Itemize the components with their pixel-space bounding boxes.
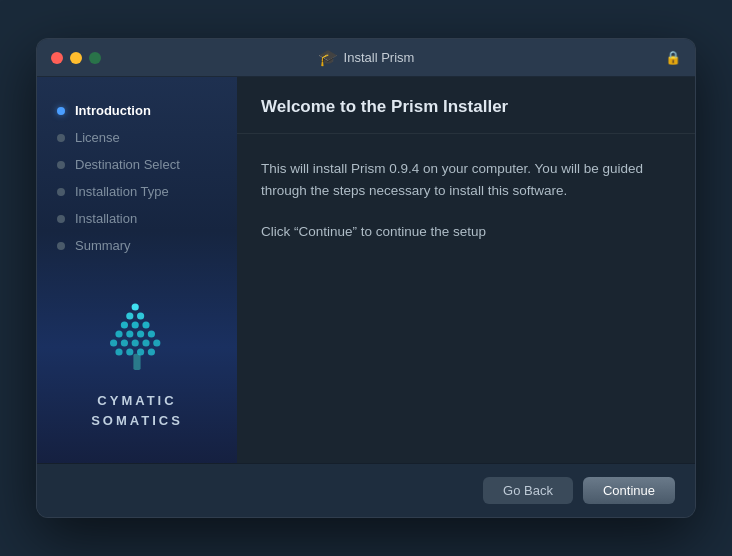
sidebar-item-license[interactable]: License (37, 124, 237, 151)
content-body: This will install Prism 0.9.4 on your co… (237, 134, 695, 463)
nav-dot-destination-select (57, 161, 65, 169)
title-bar: 🎓 Install Prism 🔒 (37, 39, 695, 77)
sidebar-label-license: License (75, 130, 120, 145)
sidebar-item-installation[interactable]: Installation (37, 205, 237, 232)
nav-dot-summary (57, 242, 65, 250)
svg-point-10 (115, 330, 122, 337)
footer: Go Back Continue (37, 463, 695, 517)
svg-point-3 (137, 348, 144, 355)
sidebar-label-destination-select: Destination Select (75, 157, 180, 172)
nav-dot-license (57, 134, 65, 142)
sidebar-item-destination-select[interactable]: Destination Select (37, 151, 237, 178)
svg-point-13 (148, 330, 155, 337)
sidebar-nav: Introduction License Destination Select … (37, 97, 237, 269)
sidebar-label-installation: Installation (75, 211, 137, 226)
content-panel: Welcome to the Prism Installer This will… (237, 77, 695, 463)
svg-point-1 (115, 348, 122, 355)
title-icon: 🎓 (318, 48, 338, 67)
svg-point-7 (132, 339, 139, 346)
svg-point-17 (126, 312, 133, 319)
company-logo-tree (92, 289, 182, 379)
svg-point-9 (153, 339, 160, 346)
svg-point-15 (132, 321, 139, 328)
title-text: Install Prism (344, 50, 415, 65)
sidebar: Introduction License Destination Select … (37, 77, 237, 463)
svg-point-4 (148, 348, 155, 355)
company-name: CYMATIC SOMATICS (91, 391, 183, 430)
intro-paragraph-1: This will install Prism 0.9.4 on your co… (261, 158, 671, 201)
close-button[interactable] (51, 52, 63, 64)
sidebar-label-summary: Summary (75, 238, 131, 253)
intro-paragraph-2: Click “Continue” to continue the setup (261, 221, 671, 243)
minimize-button[interactable] (70, 52, 82, 64)
sidebar-logo: CYMATIC SOMATICS (37, 269, 237, 450)
nav-dot-installation-type (57, 188, 65, 196)
sidebar-item-introduction[interactable]: Introduction (37, 97, 237, 124)
svg-point-14 (121, 321, 128, 328)
sidebar-item-installation-type[interactable]: Installation Type (37, 178, 237, 205)
traffic-lights (51, 52, 101, 64)
nav-dot-introduction (57, 107, 65, 115)
page-title: Welcome to the Prism Installer (261, 97, 671, 117)
nav-dot-installation (57, 215, 65, 223)
svg-point-18 (137, 312, 144, 319)
continue-button[interactable]: Continue (583, 477, 675, 504)
svg-rect-0 (133, 354, 140, 370)
svg-point-8 (142, 339, 149, 346)
sidebar-label-installation-type: Installation Type (75, 184, 169, 199)
maximize-button[interactable] (89, 52, 101, 64)
installer-window: 🎓 Install Prism 🔒 Introduction License D… (36, 38, 696, 518)
window-title: 🎓 Install Prism (318, 48, 415, 67)
main-content: Introduction License Destination Select … (37, 77, 695, 463)
svg-point-16 (142, 321, 149, 328)
sidebar-label-introduction: Introduction (75, 103, 151, 118)
content-header: Welcome to the Prism Installer (237, 77, 695, 134)
svg-point-12 (137, 330, 144, 337)
lock-icon: 🔒 (665, 50, 681, 65)
svg-point-11 (126, 330, 133, 337)
go-back-button[interactable]: Go Back (483, 477, 573, 504)
svg-point-6 (121, 339, 128, 346)
svg-point-19 (132, 303, 139, 310)
svg-point-2 (126, 348, 133, 355)
sidebar-item-summary[interactable]: Summary (37, 232, 237, 259)
svg-point-5 (110, 339, 117, 346)
